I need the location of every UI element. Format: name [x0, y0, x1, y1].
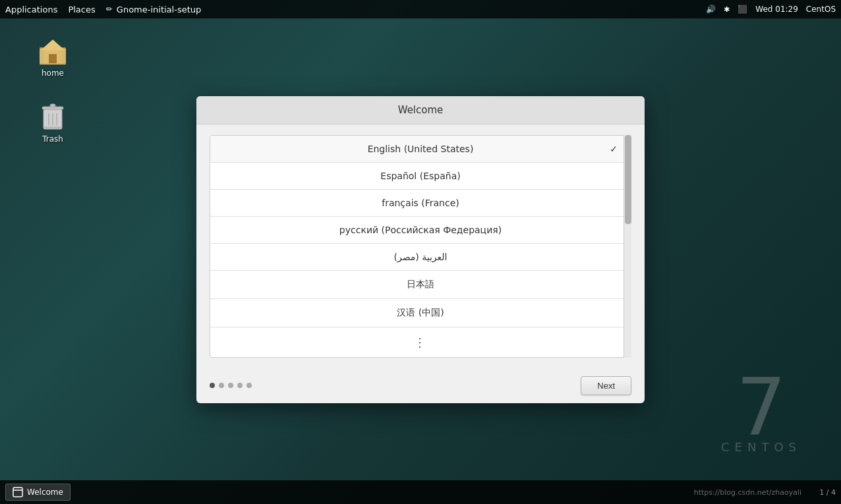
dialog-overlay: Welcome English (United States)✓Español …	[0, 18, 841, 480]
lang-item-more[interactable]: ⋮	[210, 327, 631, 357]
lang-item-zh_CN[interactable]: 汉语 (中国)	[210, 299, 631, 327]
page-dot-4	[246, 383, 252, 388]
topbar-right: 🔊 ✱ ⬛ Wed 01:29 CentOS	[706, 5, 836, 14]
dialog-body: English (United States)✓Español (España)…	[196, 125, 645, 368]
taskbar-window[interactable]: Welcome	[5, 484, 71, 501]
svg-rect-14	[13, 488, 22, 497]
places-label: Places	[68, 5, 95, 14]
os-label: CentOS	[806, 5, 836, 14]
places-menu[interactable]: Places	[68, 5, 95, 14]
os-menu[interactable]: CentOS	[806, 5, 836, 14]
lang-label-zh_CN: 汉语 (中国)	[397, 307, 444, 319]
next-button[interactable]: Next	[581, 376, 631, 395]
language-list: English (United States)✓Español (España)…	[210, 135, 631, 358]
dialog-footer: Next	[196, 368, 645, 403]
desktop: home Trash 7 CENTOS	[0, 18, 841, 480]
welcome-dialog: Welcome English (United States)✓Español …	[196, 96, 645, 403]
page-dots	[210, 383, 252, 388]
lang-item-ru_RU[interactable]: русский (Российская Федерация)	[210, 217, 631, 244]
lang-label-en_US: English (United States)	[368, 144, 474, 154]
language-list-wrapper: English (United States)✓Español (España)…	[210, 135, 631, 358]
bluetooth-control[interactable]: ✱	[724, 5, 730, 14]
display-icon: ⬛	[738, 5, 747, 14]
clock-time: Wed 01:29	[755, 5, 798, 14]
page-dot-2	[228, 383, 233, 388]
topbar: Applications Places ✏ Gnome-initial-setu…	[0, 0, 841, 18]
lang-label-es_ES: Español (España)	[380, 171, 460, 181]
clock[interactable]: Wed 01:29	[755, 5, 798, 14]
dialog-titlebar: Welcome	[196, 96, 645, 125]
lang-item-es_ES[interactable]: Español (España)	[210, 163, 631, 190]
page-dot-3	[237, 383, 243, 388]
bluetooth-icon: ✱	[724, 5, 730, 14]
lang-label-ar_EG: العربية (مصر)	[394, 252, 448, 262]
window-title: ✏ Gnome-initial-setup	[106, 5, 201, 14]
lang-label-ru_RU: русский (Российская Федерация)	[339, 225, 502, 235]
window-title-label: Gnome-initial-setup	[117, 5, 201, 14]
volume-control[interactable]: 🔊	[706, 5, 716, 14]
lang-label-fr_FR: français (France)	[382, 198, 459, 208]
check-mark-en_US: ✓	[610, 144, 618, 154]
taskbar: Welcome https://blog.csdn.net/zhaoyali 1…	[0, 480, 841, 504]
page-dot-1	[219, 383, 224, 388]
taskbar-page: 1 / 4	[819, 488, 836, 497]
topbar-left: Applications Places ✏ Gnome-initial-setu…	[5, 5, 201, 14]
volume-icon: 🔊	[706, 5, 716, 14]
taskbar-window-label: Welcome	[27, 488, 63, 497]
page-dot-0	[210, 383, 215, 388]
scrollbar-thumb[interactable]	[625, 135, 631, 224]
applications-label: Applications	[5, 5, 57, 14]
applications-menu[interactable]: Applications	[5, 5, 57, 14]
lang-item-fr_FR[interactable]: français (France)	[210, 190, 631, 217]
more-dots: ⋮	[414, 335, 427, 349]
display-control[interactable]: ⬛	[738, 5, 747, 14]
taskbar-url: https://blog.csdn.net/zhaoyali	[694, 488, 801, 497]
lang-label-ja_JP: 日本語	[407, 279, 434, 291]
scrollbar[interactable]	[624, 135, 631, 358]
dialog-title: Welcome	[398, 104, 444, 116]
lang-item-ar_EG[interactable]: العربية (مصر)	[210, 244, 631, 271]
taskbar-window-icon	[13, 487, 23, 497]
lang-item-ja_JP[interactable]: 日本語	[210, 271, 631, 299]
lang-item-en_US[interactable]: English (United States)✓	[210, 136, 631, 163]
